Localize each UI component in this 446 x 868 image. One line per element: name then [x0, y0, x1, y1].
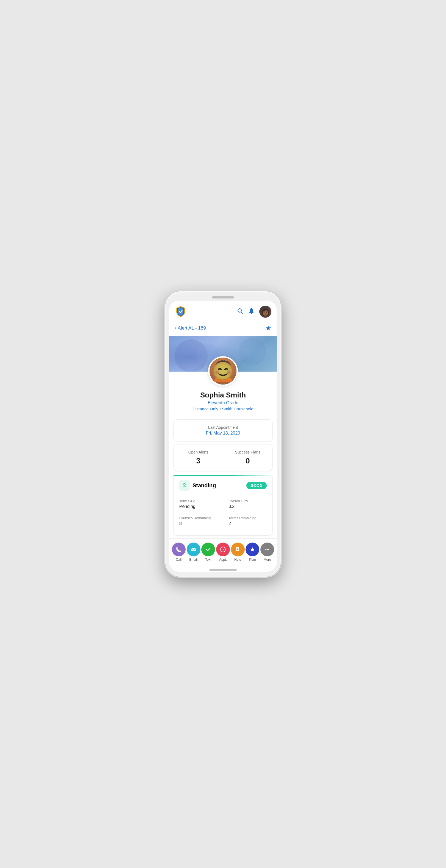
alert-bar: Alert AL - 189 ★ [169, 321, 277, 336]
nav-label-plan: Plan [249, 558, 256, 561]
profile-grade[interactable]: Eleventh Grade [175, 400, 271, 405]
svg-rect-12 [236, 547, 239, 551]
overall-gpa-label: Overall GPA [229, 499, 267, 503]
phone-notch [169, 296, 277, 299]
success-plans-label: Success Plans [229, 450, 267, 454]
nav-icon-plan [245, 542, 259, 556]
overall-gpa-cell: Overall GPA 3.2 [223, 496, 267, 513]
nav-item-call[interactable]: Call [172, 542, 186, 561]
terms-remaining-label: Terms Remaining [229, 516, 267, 520]
standing-grid: Term GPA Pending Overall GPA 3.2 Courses… [179, 496, 267, 530]
overall-gpa-value: 3.2 [229, 504, 267, 509]
enrollment-type: Distance Only [192, 406, 218, 411]
bullet-separator: • [219, 406, 222, 411]
term-gpa-value: Pending [179, 504, 223, 509]
standing-section: Standing GOOD Term GPA Pending Overall G… [174, 475, 272, 536]
nav-icon-call [172, 542, 186, 556]
top-bar: 👩🏾 [169, 301, 277, 321]
nav-icon-note [231, 542, 245, 556]
app-logo [175, 305, 187, 318]
profile-subtitle: Distance Only • Smith Household [175, 406, 271, 411]
user-avatar[interactable]: 👩🏾 [259, 306, 271, 318]
svg-point-15 [265, 549, 266, 550]
hero-banner: 🧑🏽‍🦱 [169, 336, 277, 372]
terms-remaining-cell: Terms Remaining 2 [223, 513, 267, 530]
svg-rect-10 [191, 548, 196, 551]
svg-point-17 [268, 549, 269, 550]
courses-remaining-cell: Courses Remaining 8 [179, 513, 223, 530]
svg-point-16 [267, 549, 268, 550]
nav-label-email: Email [189, 558, 198, 561]
appointment-card: Last Appointment Fri, May 18, 2020 [174, 420, 272, 441]
profile-name: Sophia Smith [175, 391, 271, 399]
courses-remaining-value: 8 [179, 521, 223, 526]
nav-item-note[interactable]: Note [231, 542, 245, 561]
favorite-star[interactable]: ★ [265, 324, 271, 332]
success-plans-value: 0 [229, 457, 267, 465]
phone-shell: 👩🏾 Alert AL - 189 ★ 🧑🏽‍🦱 [165, 291, 281, 577]
bottom-nav: CallEmailTextAppt.NotePlanMore [169, 538, 277, 566]
nav-label-note: Note [234, 558, 241, 561]
bell-icon[interactable] [248, 308, 254, 316]
nav-label-more: More [263, 558, 271, 561]
back-button[interactable]: Alert AL - 189 [175, 325, 206, 331]
terms-remaining-value: 2 [229, 521, 267, 526]
top-icons: 👩🏾 [237, 306, 271, 318]
nav-item-plan[interactable]: Plan [245, 542, 259, 561]
standing-title-text: Standing [192, 483, 216, 489]
household-link[interactable]: Smith Household [222, 406, 253, 411]
term-gpa-label: Term GPA [179, 499, 223, 503]
nav-icon-text [201, 542, 215, 556]
courses-remaining-label: Courses Remaining [179, 516, 223, 520]
svg-rect-5 [251, 308, 252, 309]
standing-title: Standing [179, 480, 216, 491]
open-alerts-label: Open Alerts [179, 450, 217, 454]
nav-item-text[interactable]: Text [201, 542, 215, 561]
svg-line-3 [241, 312, 243, 314]
standing-badge: GOOD [246, 482, 267, 489]
appointment-date[interactable]: Fri, May 18, 2020 [179, 431, 267, 436]
nav-icon-email [187, 542, 201, 556]
home-indicator [209, 569, 237, 570]
alert-title: Alert AL - 189 [178, 326, 206, 331]
speaker-grille [212, 296, 234, 299]
phone-screen: 👩🏾 Alert AL - 189 ★ 🧑🏽‍🦱 [169, 301, 277, 572]
nav-item-appt[interactable]: Appt. [216, 542, 230, 561]
open-alerts-value: 3 [179, 457, 217, 465]
search-icon[interactable] [237, 308, 243, 316]
standing-card: Standing GOOD Term GPA Pending Overall G… [174, 476, 272, 536]
term-gpa-cell: Term GPA Pending [179, 496, 223, 513]
open-alerts-block[interactable]: Open Alerts 3 [174, 444, 223, 471]
profile-avatar: 🧑🏽‍🦱 [208, 356, 238, 386]
nav-icon-more [260, 542, 274, 556]
nav-item-email[interactable]: Email [187, 542, 201, 561]
standing-header: Standing GOOD [179, 480, 267, 491]
stats-card: Open Alerts 3 Success Plans 0 [174, 444, 272, 471]
nav-label-text: Text [205, 558, 211, 561]
appointment-label: Last Appointment [179, 425, 267, 430]
nav-label-call: Call [176, 558, 182, 561]
standing-icon [179, 480, 190, 491]
nav-item-more[interactable]: More [260, 542, 274, 561]
svg-point-4 [251, 313, 252, 314]
nav-label-appt: Appt. [219, 558, 227, 561]
success-plans-block[interactable]: Success Plans 0 [223, 444, 272, 471]
nav-icon-appt [216, 542, 230, 556]
home-bar [169, 566, 277, 572]
